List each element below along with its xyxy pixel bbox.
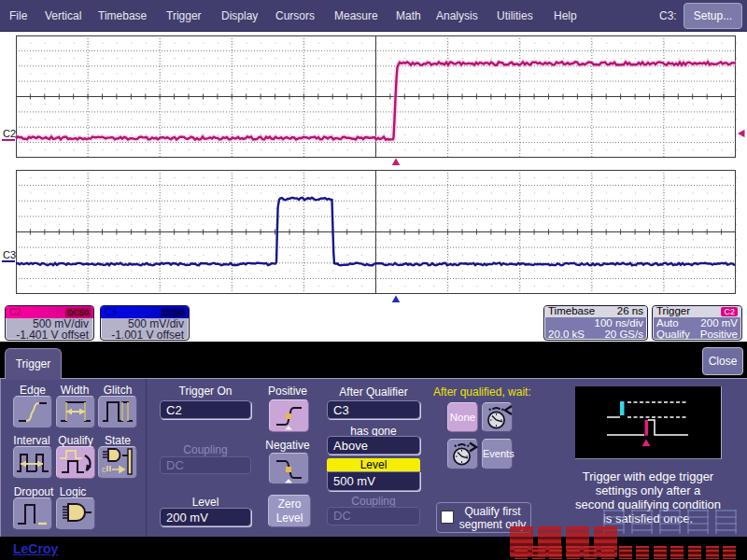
svg-text:C2: C2 (3, 128, 16, 139)
svg-text:C3: C3 (3, 249, 16, 260)
svg-text:c: c (102, 465, 106, 474)
